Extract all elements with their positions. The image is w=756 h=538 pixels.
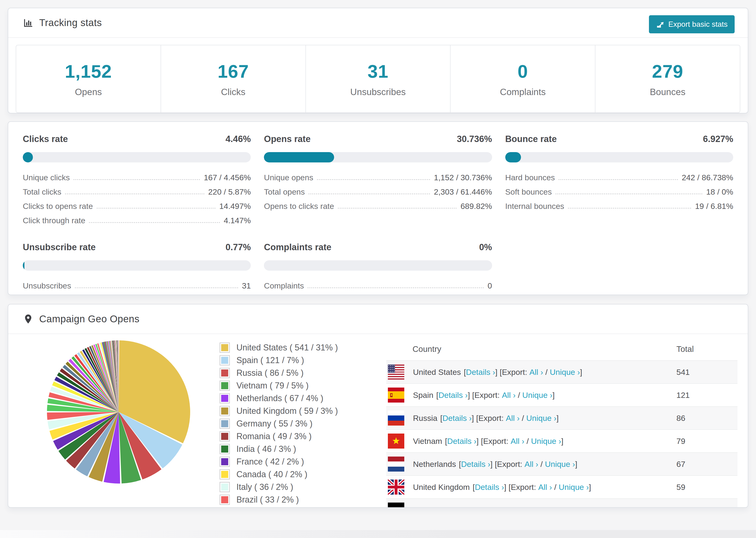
dotted-leader xyxy=(75,287,238,288)
rate-stat-row: Hard bounces 242 / 86.738% xyxy=(505,170,733,185)
legend-item: Russia ( 86 / 5% ) xyxy=(220,368,386,378)
legend-item: France ( 42 / 2% ) xyxy=(220,457,386,467)
geo-table: Country Total United States [Details ›] … xyxy=(386,337,737,508)
legend-color-swatch xyxy=(220,393,230,404)
geo-table-rows: United States [Details ›] [Export: All ›… xyxy=(386,360,737,508)
dotted-leader xyxy=(559,179,678,180)
legend-label: Vietnam ( 79 / 5% ) xyxy=(237,381,308,391)
export-all-link[interactable]: All › xyxy=(529,368,543,377)
stat-label: Complaints xyxy=(500,87,546,97)
geo-opens-header: Campaign Geo Opens xyxy=(8,304,748,334)
country-total: 86 xyxy=(676,413,737,423)
legend-label: South Africa ( 29 / 2% ) xyxy=(237,508,323,508)
details-link[interactable]: Details › xyxy=(475,483,504,492)
rate-stat-row: Soft bounces 18 / 0% xyxy=(505,185,733,199)
legend-color-swatch xyxy=(220,368,230,378)
legend-label: Russia ( 86 / 5% ) xyxy=(237,368,303,378)
rate-stat-row: Unique opens 1,152 / 30.736% xyxy=(264,170,492,185)
legend-label: Germany ( 55 / 3% ) xyxy=(237,419,312,429)
country-total: 67 xyxy=(676,459,737,469)
rate-stat-row: Total clicks 220 / 5.87% xyxy=(23,185,251,199)
rate-stat-value: 31 xyxy=(242,281,251,290)
details-link[interactable]: Details › xyxy=(442,413,472,423)
legend-label: Netherlands ( 67 / 4% ) xyxy=(237,394,323,403)
legend-item: South Africa ( 29 / 2% ) xyxy=(220,507,386,508)
geo-opens-body: United States ( 541 / 31% ) Spain ( 121 … xyxy=(8,334,748,508)
rate-progress-track xyxy=(23,260,251,271)
rate-stat-value: 689.82% xyxy=(460,202,492,211)
rate-stat-label: Unsubscribes xyxy=(23,281,71,290)
export-all-link[interactable]: All › xyxy=(524,459,538,469)
stat-value: 0 xyxy=(518,61,528,82)
rate-block: Bounce rate 6.927% Hard bounces 242 / 86… xyxy=(505,134,733,228)
rate-stat-value: 1,152 / 30.736% xyxy=(434,173,492,182)
stat-value: 279 xyxy=(652,61,683,82)
dotted-leader xyxy=(89,222,220,223)
rates-grid: Clicks rate 4.46% Unique clicks 167 / 4.… xyxy=(23,134,733,293)
export-all-link[interactable]: All › xyxy=(502,391,516,400)
country-total: 59 xyxy=(676,483,737,492)
summary-stat: 167 Clicks xyxy=(161,45,306,112)
details-link[interactable]: Details › xyxy=(461,459,490,469)
country-flag-icon xyxy=(388,457,405,471)
rate-progress-fill xyxy=(23,152,33,162)
export-all-link[interactable]: All › xyxy=(538,483,552,492)
legend-item: Vietnam ( 79 / 5% ) xyxy=(220,381,386,391)
rate-stat-row: Unsubscribes 31 xyxy=(23,279,251,293)
legend-item: Germany ( 55 / 3% ) xyxy=(220,418,386,429)
summary-stat: 0 Complaints xyxy=(451,45,595,112)
export-unique-link[interactable]: Unique › xyxy=(535,506,565,508)
export-all-link[interactable]: All › xyxy=(514,506,528,508)
export-button-label: Export basic stats xyxy=(668,20,728,28)
export-unique-link[interactable]: Unique › xyxy=(550,368,580,377)
export-all-link[interactable]: All › xyxy=(506,413,520,423)
dotted-leader xyxy=(308,193,430,194)
rate-value: 6.927% xyxy=(703,134,733,144)
column-header-total: Total xyxy=(676,344,737,354)
dotted-leader xyxy=(65,193,204,194)
stat-label: Opens xyxy=(75,87,102,97)
export-basic-stats-button[interactable]: Export basic stats xyxy=(649,15,735,33)
rate-stat-label: Soft bounces xyxy=(505,187,552,196)
rates-card: Clicks rate 4.46% Unique clicks 167 / 4.… xyxy=(8,121,748,295)
details-link[interactable]: Details › xyxy=(438,391,468,400)
page: Tracking stats Export basic stats 1,152 … xyxy=(0,0,756,508)
rate-stat-label: Click through rate xyxy=(23,216,85,225)
export-all-link[interactable]: All › xyxy=(511,437,524,446)
country-name: Vietnam xyxy=(413,437,442,446)
legend-color-swatch xyxy=(220,444,230,454)
rate-stat-label: Total clicks xyxy=(23,187,61,196)
export-unique-link[interactable]: Unique › xyxy=(522,391,553,400)
rate-stat-value: 242 / 86.738% xyxy=(682,173,733,182)
page-title: Tracking stats xyxy=(39,17,102,28)
legend-item: Brazil ( 33 / 2% ) xyxy=(220,495,386,505)
bar-chart-icon xyxy=(23,17,33,28)
rate-progress-track xyxy=(264,152,492,162)
rate-progress-fill xyxy=(264,152,334,162)
details-link[interactable]: Details › xyxy=(466,368,495,377)
legend-item: India ( 46 / 3% ) xyxy=(220,444,386,454)
rate-stat-row: Unique clicks 167 / 4.456% xyxy=(23,170,251,185)
details-link[interactable]: Details › xyxy=(451,506,480,508)
country-total: 541 xyxy=(676,368,737,377)
rate-title: Bounce rate xyxy=(505,134,557,144)
rate-stat-value: 220 / 5.87% xyxy=(208,187,251,196)
geo-table-header: Country Total xyxy=(386,337,737,360)
rate-stat-label: Total opens xyxy=(264,187,305,196)
export-unique-link[interactable]: Unique › xyxy=(559,483,589,492)
map-pin-icon xyxy=(23,314,33,324)
legend-item: United Kingdom ( 59 / 3% ) xyxy=(220,406,386,416)
rate-progress-track xyxy=(23,152,251,162)
country-name: Russia xyxy=(413,413,437,423)
details-link[interactable]: Details › xyxy=(447,437,477,446)
country-flag-icon xyxy=(388,434,405,449)
export-unique-link[interactable]: Unique › xyxy=(545,459,575,469)
legend-color-swatch xyxy=(220,418,230,429)
legend-color-swatch xyxy=(220,507,230,508)
export-unique-link[interactable]: Unique › xyxy=(526,413,557,423)
legend-label: United Kingdom ( 59 / 3% ) xyxy=(237,406,338,416)
export-unique-link[interactable]: Unique › xyxy=(531,437,561,446)
geo-table-row: Netherlands [Details ›] [Export: All › /… xyxy=(386,452,737,475)
legend-label: Brazil ( 33 / 2% ) xyxy=(237,495,299,505)
rate-stat-value: 167 / 4.456% xyxy=(204,173,251,182)
